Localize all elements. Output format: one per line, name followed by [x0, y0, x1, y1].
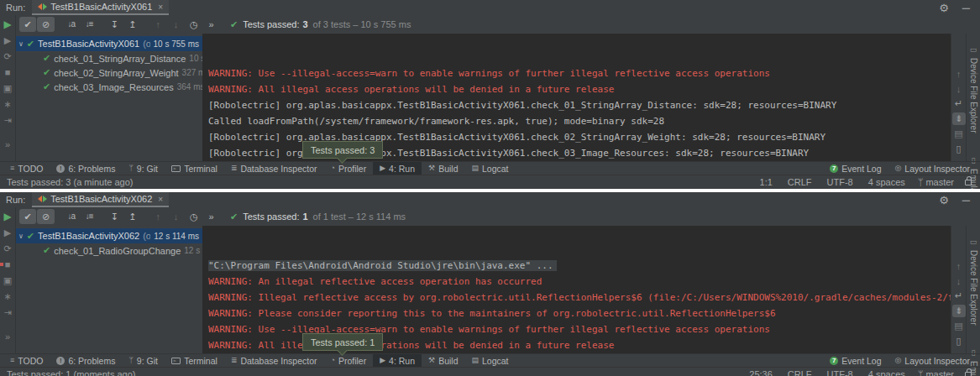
sort-by-duration-icon[interactable]: ↓≡	[81, 17, 97, 32]
run-window-header: Run: TestB1BasicActivityX062 × ⚙ ─	[0, 192, 980, 207]
up-stack-trace-icon[interactable]: ↑	[952, 259, 966, 272]
lock-icon[interactable]	[965, 180, 972, 185]
summary-label: Tests passed:	[243, 19, 299, 29]
close-tab-icon[interactable]: ×	[158, 3, 163, 12]
show-ignored-icon[interactable]: ⊘	[37, 17, 54, 32]
settings-gear-icon[interactable]: ⚙	[939, 3, 949, 13]
check_01_RadioGroupChange[interactable]: ✔ check_01_RadioGroupChange 12 s 114 ms	[16, 243, 202, 258]
toolwindow-icon: ◎	[895, 164, 902, 172]
collapse-all-icon[interactable]: ↥	[124, 209, 141, 224]
logcat-button[interactable]: ▤ Logcat	[464, 162, 515, 175]
profiler-button[interactable]: ◔ Profiler	[323, 354, 373, 367]
rerun-failed-tests-icon[interactable]: ▶	[4, 36, 11, 45]
terminal-button[interactable]: >_ Terminal	[165, 162, 224, 175]
event-log-button[interactable]: 7 Event Log	[823, 354, 888, 367]
previous-occurrence-icon[interactable]: ↑	[149, 209, 166, 224]
toggle-auto-test-icon[interactable]: ⟳	[3, 244, 11, 253]
close-tab-icon[interactable]: ×	[158, 195, 163, 204]
problems-button[interactable]: ! 6: Problems	[50, 354, 122, 367]
logcat-button[interactable]: ▤ Logcat	[464, 354, 515, 367]
sort-alphabetically-icon[interactable]: ↓a	[63, 17, 80, 32]
stripe-more-icon[interactable]: »	[5, 332, 10, 342]
device-icon: ▭	[969, 45, 977, 54]
todo-button[interactable]: ≡ TODO	[3, 354, 50, 367]
stop-icon[interactable]: ■	[5, 68, 11, 77]
run-tab[interactable]: TestB1BasicActivityX061 ×	[32, 0, 169, 15]
toolwindow-label: 9: Git	[137, 164, 158, 174]
soft-wrap-icon[interactable]: ↵	[952, 290, 966, 302]
problems-button[interactable]: ! 6: Problems	[50, 162, 122, 175]
test-history-icon[interactable]: ◷	[186, 209, 202, 224]
more-actions-icon[interactable]: »	[202, 17, 220, 32]
hide-window-icon[interactable]: ─	[962, 3, 970, 13]
console-line: WARNING: All illegal access operations w…	[208, 81, 951, 97]
check_02_StringArray_Weight[interactable]: ✔ check_02_StringArray_Weight 327 ms	[16, 65, 202, 80]
print-icon[interactable]: ▤	[952, 320, 966, 332]
screenshot-icon[interactable]: ▣	[3, 276, 12, 285]
down-stack-trace-icon[interactable]: ↓	[952, 82, 966, 95]
device-file-explorer-button[interactable]: ▭ Device File Explorer	[969, 238, 978, 325]
rerun-icon[interactable]: ▶	[3, 19, 11, 29]
sort-by-duration-icon[interactable]: ↓≡	[81, 209, 97, 224]
previous-occurrence-icon[interactable]: ↑	[149, 17, 166, 32]
sort-alphabetically-icon[interactable]: ↓a	[63, 209, 80, 224]
toggle-auto-test-icon[interactable]: ⟳	[3, 52, 11, 61]
toolwindow-label: Database Inspector	[240, 356, 317, 366]
clear-all-icon[interactable]: ▯	[952, 143, 966, 155]
up-stack-trace-icon[interactable]: ↑	[952, 67, 966, 80]
show-ignored-icon[interactable]: ⊘	[37, 209, 54, 224]
git-button[interactable]: ᛘ 9: Git	[122, 354, 165, 367]
next-occurrence-icon[interactable]: ↓	[167, 17, 184, 32]
status-segment: master	[925, 369, 954, 376]
database-inspector-button[interactable]: ≣ Database Inspector	[224, 162, 324, 175]
chevron-down-icon[interactable]: ∨	[18, 232, 24, 240]
show-passed-icon[interactable]: ✔	[19, 209, 36, 224]
database-inspector-button[interactable]: ≣ Database Inspector	[224, 354, 324, 367]
run-button[interactable]: ▶ 4: Run	[373, 162, 422, 175]
terminal-button[interactable]: >_ Terminal	[165, 354, 224, 367]
toolwindow-label: Profiler	[338, 164, 366, 174]
layout-inspector-button[interactable]: ◎ Layout Inspector	[888, 162, 977, 175]
print-icon[interactable]: ▤	[952, 128, 966, 140]
tree-root-row[interactable]: ∨ ✔ TestB1BasicActivityX062 (org.aplas.b…	[16, 228, 202, 243]
exit-icon[interactable]: ⇥	[3, 116, 11, 125]
scroll-to-end-icon[interactable]: ⇟	[952, 112, 966, 125]
git-button[interactable]: ᛘ 9: Git	[122, 162, 165, 175]
rerun-icon[interactable]: ▶	[3, 212, 11, 222]
next-occurrence-icon[interactable]: ↓	[167, 209, 184, 224]
todo-button[interactable]: ≡ TODO	[3, 162, 50, 175]
stripe-more-icon[interactable]: »	[5, 140, 10, 149]
hide-window-icon[interactable]: ─	[962, 195, 970, 206]
toolwindow-icon: ⚒	[428, 357, 435, 364]
screenshot-icon[interactable]: ▣	[3, 84, 12, 93]
expand-all-icon[interactable]: ↧	[106, 209, 123, 224]
expand-all-icon[interactable]: ↧	[106, 17, 123, 32]
collapse-all-icon[interactable]: ↥	[124, 17, 141, 32]
soft-wrap-icon[interactable]: ↵	[952, 97, 966, 110]
lock-icon[interactable]	[965, 372, 972, 376]
rerun-failed-tests-icon[interactable]: ▶	[4, 228, 11, 238]
run-button[interactable]: ▶ 4: Run	[373, 354, 422, 367]
scroll-to-end-icon[interactable]: ⇟	[952, 305, 966, 317]
stop-icon[interactable]: ■	[5, 260, 11, 269]
device-file-explorer-button[interactable]: ▭ Device File Explorer	[969, 45, 978, 133]
event-log-button[interactable]: 7 Event Log	[823, 162, 888, 175]
record-icon[interactable]: ∗	[3, 292, 11, 301]
build-button[interactable]: ⚒ Build	[422, 162, 464, 175]
chevron-down-icon[interactable]: ∨	[18, 40, 24, 48]
tree-root-row[interactable]: ∨ ✔ TestB1BasicActivityX061 (org.aplas.b…	[16, 36, 202, 51]
exit-icon[interactable]: ⇥	[3, 308, 11, 317]
build-button[interactable]: ⚒ Build	[422, 354, 464, 367]
record-icon[interactable]: ∗	[3, 100, 11, 109]
check_01_StringArray_Distance[interactable]: ✔ check_01_StringArray_Distance 10 s 64 …	[16, 51, 202, 65]
check_03_Image_Resources[interactable]: ✔ check_03_Image_Resources 364 ms	[16, 80, 202, 94]
clear-all-icon[interactable]: ▯	[952, 335, 966, 347]
run-tab[interactable]: TestB1BasicActivityX062 ×	[32, 192, 169, 207]
settings-gear-icon[interactable]: ⚙	[939, 195, 949, 206]
profiler-button[interactable]: ◔ Profiler	[323, 162, 373, 175]
test-history-icon[interactable]: ◷	[186, 17, 202, 32]
down-stack-trace-icon[interactable]: ↓	[952, 274, 966, 287]
show-passed-icon[interactable]: ✔	[19, 17, 36, 32]
more-actions-icon[interactable]: »	[202, 209, 220, 224]
layout-inspector-button[interactable]: ◎ Layout Inspector	[888, 354, 977, 367]
